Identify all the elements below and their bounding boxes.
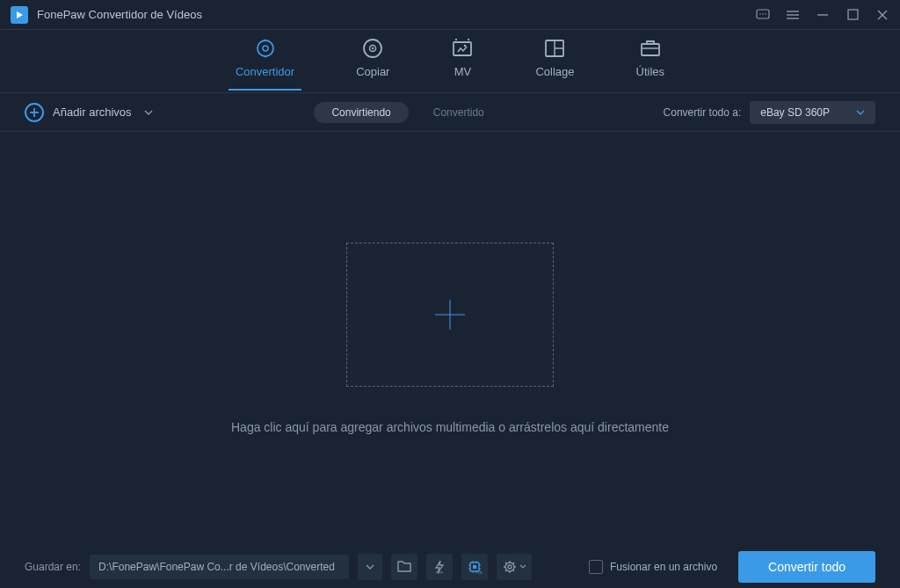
svg-rect-21 — [642, 44, 659, 55]
drop-hint: Haga clic aquí para agregar archivos mul… — [231, 420, 669, 434]
svg-point-17 — [464, 45, 467, 47]
add-files-button[interactable]: Añadir archivos — [25, 103, 153, 122]
svg-point-15 — [372, 47, 374, 49]
chip-icon: ON — [467, 559, 483, 575]
chevron-down-icon — [519, 564, 526, 569]
save-path-value: D:\FonePaw\FonePaw Co...r de Vídeos\Conv… — [98, 561, 335, 573]
svg-point-3 — [765, 13, 766, 15]
minimize-button[interactable] — [816, 8, 830, 22]
close-button[interactable] — [875, 8, 889, 22]
tab-label: MV — [454, 65, 472, 78]
convert-all-button[interactable]: Convertir todo — [738, 551, 875, 583]
feedback-icon[interactable] — [756, 8, 770, 22]
merge-checkbox[interactable] — [589, 560, 603, 574]
chevron-down-icon — [856, 110, 865, 115]
mv-icon — [451, 37, 474, 60]
tab-copy[interactable]: Copiar — [356, 37, 389, 85]
pill-converting[interactable]: Convirtiendo — [314, 102, 408, 123]
save-path-field[interactable]: D:\FonePaw\FonePaw Co...r de Vídeos\Conv… — [90, 555, 349, 579]
window-controls — [756, 8, 889, 22]
format-value: eBay SD 360P — [760, 106, 830, 119]
tab-tools[interactable]: Útiles — [636, 37, 665, 85]
main-area: Haga clic aquí para agregar archivos mul… — [0, 132, 900, 545]
convert-all-format: Convertir todo a: eBay SD 360P — [664, 101, 875, 124]
lightning-icon: OFF — [432, 559, 447, 575]
status-filter: Convirtiendo Convertido — [314, 102, 501, 123]
tab-mv[interactable]: MV — [451, 37, 474, 85]
plus-circle-icon — [25, 103, 44, 122]
svg-point-1 — [759, 13, 761, 15]
bottom-bar: Guardar en: D:\FonePaw\FonePaw Co...r de… — [0, 545, 900, 588]
tab-label: Copiar — [356, 65, 389, 78]
app-logo — [11, 6, 28, 24]
gpu-toggle-button[interactable]: ON — [461, 554, 488, 580]
add-files-label: Añadir archivos — [53, 105, 132, 119]
disc-icon — [361, 37, 384, 60]
main-tabs: Convertidor Copiar MV Collage Útiles — [0, 30, 900, 93]
gear-icon — [503, 560, 517, 574]
menu-icon[interactable] — [786, 8, 800, 22]
converter-icon — [254, 37, 277, 60]
tab-label: Convertidor — [236, 65, 294, 78]
convert-all-label: Convertir todo a: — [664, 106, 742, 119]
chevron-down-icon — [144, 110, 153, 115]
format-select[interactable]: eBay SD 360P — [750, 101, 875, 124]
tab-collage[interactable]: Collage — [535, 37, 574, 85]
drop-zone[interactable] — [346, 243, 554, 387]
svg-text:OFF: OFF — [436, 570, 444, 575]
svg-point-12 — [263, 46, 268, 51]
svg-text:ON: ON — [478, 570, 483, 575]
maximize-button[interactable] — [846, 8, 860, 22]
svg-rect-8 — [848, 10, 858, 19]
merge-group: Fusionar en un archivo — [589, 560, 717, 574]
svg-point-38 — [508, 565, 512, 569]
svg-rect-27 — [473, 565, 476, 569]
settings-button[interactable] — [497, 554, 532, 580]
pill-converted[interactable]: Convertido — [416, 102, 502, 123]
toolbox-icon — [639, 37, 662, 60]
tab-label: Collage — [535, 65, 574, 78]
save-in-label: Guardar en: — [25, 561, 81, 573]
svg-point-2 — [762, 13, 764, 15]
app-title: FonePaw Convertidor de Vídeos — [37, 8, 756, 21]
plus-icon — [435, 300, 465, 330]
folder-icon — [396, 560, 412, 573]
save-path-dropdown[interactable] — [358, 554, 382, 580]
speed-toggle-button[interactable]: OFF — [426, 554, 453, 580]
collage-icon — [543, 37, 566, 60]
tab-converter[interactable]: Convertidor — [236, 37, 294, 85]
tab-label: Útiles — [636, 65, 665, 78]
sub-toolbar: Añadir archivos Convirtiendo Convertido … — [0, 93, 900, 132]
open-folder-button[interactable] — [391, 554, 417, 580]
svg-rect-16 — [454, 42, 471, 55]
merge-label: Fusionar en un archivo — [610, 561, 717, 573]
titlebar: FonePaw Convertidor de Vídeos — [0, 0, 900, 30]
svg-point-11 — [258, 40, 273, 56]
